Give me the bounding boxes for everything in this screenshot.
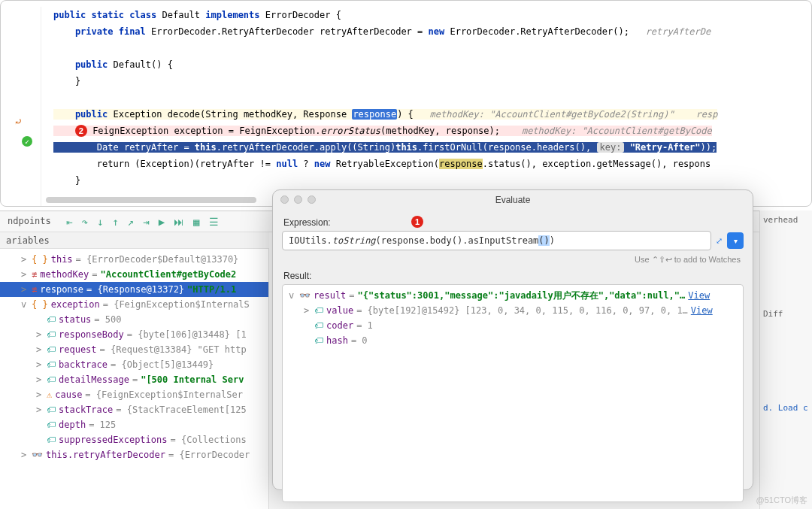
result-row[interactable]: 🏷 coder = 1 bbox=[283, 318, 743, 333]
variable-row[interactable]: > 🏷 responseBody = {byte[106]@13448} [1 bbox=[0, 327, 268, 342]
result-tree[interactable]: v 👓 result = "{"status":3001,"message":"… bbox=[282, 284, 744, 502]
watermark: @51CTO博客 bbox=[756, 495, 807, 506]
debug-step-icon[interactable]: ↑ bbox=[112, 216, 118, 228]
variable-row[interactable]: > 🏷 stackTrace = {StackTraceElement[125 bbox=[0, 402, 268, 417]
load-link[interactable]: d. Load c bbox=[760, 398, 812, 417]
run-to-cursor-icon[interactable]: ⤾ bbox=[14, 116, 23, 127]
evaluate-dialog: Evaluate Expression: 1 IOUtils.toString(… bbox=[272, 189, 753, 490]
overhead-tab[interactable]: verhead bbox=[760, 211, 812, 229]
variable-row[interactable]: > 🏷 request = {Request@13384} "GET http bbox=[0, 342, 268, 357]
variable-row[interactable]: > 🏷 detailMessage = "[500 Internal Serv bbox=[0, 372, 268, 387]
diff-tab[interactable]: Diff bbox=[760, 304, 812, 323]
window-controls[interactable] bbox=[280, 195, 316, 204]
code-content[interactable]: public static class Default implements E… bbox=[53, 7, 805, 189]
minimize-icon[interactable] bbox=[294, 195, 302, 204]
variable-row[interactable]: 🏷 status = 500 bbox=[0, 312, 268, 327]
variables-tree[interactable]: > { } this = {ErrorDecoder$Default@13370… bbox=[0, 249, 269, 509]
history-dropdown-button[interactable]: ▾ bbox=[727, 232, 744, 249]
debug-step-icon[interactable]: ☰ bbox=[209, 216, 219, 228]
variable-row[interactable]: v { } exception = {FeignException$Intern… bbox=[0, 297, 268, 312]
result-row[interactable]: > 🏷 value = {byte[192]@15492} [123, 0, 3… bbox=[283, 303, 743, 318]
result-row[interactable]: v 👓 result = "{"status":3001,"message":"… bbox=[283, 288, 743, 303]
debug-step-icon[interactable]: ↗ bbox=[128, 216, 134, 228]
evaluate-title: Evaluate bbox=[495, 195, 531, 205]
horizontal-scrollbar[interactable] bbox=[46, 197, 256, 203]
debug-step-icon[interactable]: ⇥ bbox=[143, 216, 149, 228]
evaluate-titlebar[interactable]: Evaluate bbox=[273, 190, 753, 210]
right-panel: verhead Diff d. Load c bbox=[759, 211, 812, 509]
variable-row[interactable]: 🏷 depth = 125 bbox=[0, 417, 268, 432]
editor-gutter: ⤾ ✓ bbox=[1, 7, 41, 206]
variable-row[interactable]: > ≢ methodKey = "AccountClient#getByCode… bbox=[0, 267, 268, 282]
debug-step-icon[interactable]: ▶ bbox=[159, 216, 165, 228]
result-label: Result: bbox=[283, 271, 744, 281]
expression-input[interactable]: IOUtils.toString(response.body().asInput… bbox=[282, 231, 711, 250]
debug-step-icon[interactable]: ⏭ bbox=[174, 216, 184, 228]
variable-row[interactable]: > 🏷 backtrace = {Object[5]@13449} bbox=[0, 357, 268, 372]
zoom-icon[interactable] bbox=[308, 195, 316, 204]
variable-row[interactable]: > ≢ response = {Response@13372} "HTTP/1.… bbox=[0, 282, 268, 297]
expression-label: Expression: 1 bbox=[283, 217, 744, 228]
result-row[interactable]: 🏷 hash = 0 bbox=[283, 333, 743, 348]
breakpoints-tab[interactable]: ndpoints bbox=[0, 211, 59, 232]
debug-step-icon[interactable]: ↓ bbox=[97, 216, 103, 228]
watches-hint: Use ⌃⇧↩ to add to Watches bbox=[282, 255, 741, 265]
code-editor[interactable]: ⤾ ✓ public static class Default implemen… bbox=[0, 0, 812, 207]
debug-step-icon[interactable]: ▦ bbox=[193, 216, 199, 228]
debug-step-icon[interactable]: ⇤ bbox=[66, 216, 72, 228]
view-link[interactable]: View bbox=[691, 304, 713, 317]
view-link[interactable]: View bbox=[688, 289, 710, 302]
close-icon[interactable] bbox=[280, 195, 289, 204]
variable-row[interactable]: 🏷 suppressedExceptions = {Collections bbox=[0, 432, 268, 447]
debug-step-icon[interactable]: ↷ bbox=[81, 216, 87, 228]
variables-header: ariables bbox=[0, 232, 269, 249]
badge-1: 1 bbox=[411, 216, 423, 228]
variable-row[interactable]: > 👓 this.retryAfterDecoder = {ErrorDecod… bbox=[0, 447, 268, 462]
expand-icon[interactable]: ⤢ bbox=[716, 236, 723, 246]
variable-row[interactable]: > ⚠ cause = {FeignException$InternalSer bbox=[0, 387, 268, 402]
breakpoint-check-icon[interactable]: ✓ bbox=[22, 136, 32, 147]
variable-row[interactable]: > { } this = {ErrorDecoder$Default@13370… bbox=[0, 252, 268, 267]
